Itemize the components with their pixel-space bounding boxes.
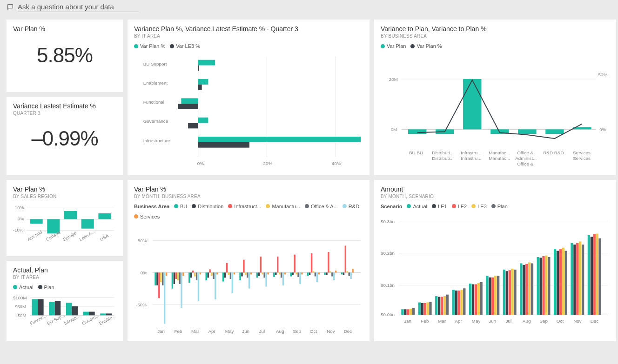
- svg-rect-210: [455, 291, 457, 315]
- tile-actual-plan-it[interactable]: Actual, Plan BY IT AREA Actual Plan $100…: [7, 261, 123, 341]
- svg-text:Sep: Sep: [293, 329, 301, 334]
- svg-rect-110: [200, 272, 201, 274]
- svg-text:Feb: Feb: [421, 318, 429, 324]
- tile-subtitle: BY BUSINESS AREA: [381, 33, 610, 39]
- svg-rect-200: [421, 303, 423, 315]
- svg-text:Apr: Apr: [455, 318, 462, 324]
- svg-rect-132: [256, 272, 258, 278]
- svg-rect-233: [531, 263, 533, 315]
- svg-rect-211: [457, 291, 460, 315]
- svg-rect-243: [565, 251, 567, 315]
- svg-rect-129: [247, 272, 248, 278]
- svg-rect-99: [175, 272, 177, 279]
- svg-text:0%: 0%: [18, 216, 24, 221]
- svg-rect-142: [279, 272, 280, 274]
- svg-rect-221: [491, 278, 494, 315]
- svg-text:Manufac...: Manufac...: [489, 156, 510, 161]
- tile-variance-it-area[interactable]: Variance Plan %, Variance Latest Estimat…: [128, 20, 369, 175]
- svg-rect-27: [408, 129, 426, 134]
- svg-rect-148: [294, 254, 295, 272]
- svg-rect-55: [64, 211, 77, 219]
- svg-rect-157: [315, 272, 316, 276]
- svg-text:20M: 20M: [389, 77, 398, 82]
- svg-rect-105: [190, 272, 192, 278]
- kpi-value: –0.99%: [13, 116, 116, 163]
- chart: 10% 0% -10% Aus and... Canada Europe Lat…: [13, 199, 116, 248]
- svg-rect-16: [198, 118, 208, 123]
- svg-rect-158: [316, 272, 318, 282]
- svg-rect-153: [307, 272, 309, 276]
- svg-text:BU Support: BU Support: [143, 61, 167, 66]
- svg-text:$0.1bn: $0.1bn: [381, 283, 395, 288]
- svg-rect-215: [472, 284, 474, 315]
- svg-rect-106: [192, 271, 194, 272]
- svg-rect-222: [494, 276, 497, 315]
- svg-rect-102: [181, 272, 182, 308]
- svg-rect-236: [542, 256, 544, 315]
- tile-var-plan-region[interactable]: Var Plan % BY SALES REGION 10% 0% -10% A…: [7, 180, 123, 256]
- svg-rect-226: [509, 270, 511, 315]
- svg-rect-205: [438, 297, 440, 315]
- svg-rect-195: [404, 309, 406, 315]
- svg-text:-10%: -10%: [13, 227, 24, 232]
- svg-rect-126: [241, 272, 242, 276]
- svg-rect-108: [196, 272, 197, 280]
- svg-rect-20: [198, 142, 249, 148]
- svg-rect-119: [224, 272, 226, 278]
- tile-var-le-pct[interactable]: Variance Lastest Estimate % QUARTER 3 –0…: [7, 97, 123, 175]
- svg-rect-246: [576, 243, 578, 315]
- svg-rect-225: [506, 271, 508, 315]
- svg-rect-150: [297, 272, 299, 277]
- svg-rect-220: [489, 278, 491, 315]
- tile-variance-business-area[interactable]: Variance to Plan, Variance to Plan % BY …: [374, 20, 616, 175]
- svg-text:-50%: -50%: [136, 302, 147, 307]
- svg-rect-77: [100, 313, 106, 315]
- svg-rect-161: [326, 272, 327, 275]
- svg-rect-212: [460, 290, 463, 315]
- svg-text:Mar: Mar: [438, 318, 446, 324]
- svg-text:May: May: [472, 318, 481, 324]
- svg-text:0%: 0%: [141, 270, 147, 275]
- svg-rect-120: [226, 263, 228, 272]
- tile-amount-month-scenario[interactable]: Amount BY MONTH, SCENARIO Scenario Actua…: [374, 180, 616, 341]
- svg-text:BU BU: BU BU: [409, 150, 423, 155]
- tile-subtitle: BY IT AREA: [13, 275, 116, 280]
- svg-rect-10: [198, 79, 208, 85]
- svg-text:50%: 50%: [138, 238, 147, 243]
- svg-rect-218: [480, 282, 483, 315]
- svg-rect-194: [401, 309, 403, 315]
- svg-rect-240: [557, 251, 559, 315]
- tile-var-plan-pct[interactable]: Var Plan % 5.85%: [7, 20, 123, 92]
- svg-rect-251: [593, 234, 596, 315]
- svg-text:Mar: Mar: [191, 329, 200, 334]
- svg-text:$100M: $100M: [13, 295, 27, 300]
- svg-rect-224: [503, 270, 505, 315]
- svg-rect-216: [475, 284, 477, 315]
- svg-rect-72: [55, 301, 61, 315]
- svg-text:Aus and...: Aus and...: [26, 227, 46, 242]
- svg-rect-242: [562, 248, 564, 315]
- svg-rect-115: [213, 272, 214, 279]
- svg-rect-141: [277, 257, 278, 272]
- svg-text:R&D R&D: R&D R&D: [543, 150, 564, 155]
- svg-rect-155: [311, 253, 312, 272]
- svg-rect-198: [412, 308, 415, 315]
- svg-text:Infrastru...: Infrastru...: [461, 156, 481, 161]
- svg-rect-209: [452, 290, 455, 315]
- svg-rect-107: [194, 272, 195, 276]
- svg-rect-146: [290, 272, 292, 276]
- qa-input[interactable]: Ask a question about your data: [18, 3, 139, 12]
- svg-rect-245: [573, 245, 576, 315]
- svg-rect-253: [598, 238, 601, 315]
- tile-title: Var Plan %: [13, 25, 116, 33]
- svg-rect-121: [228, 272, 229, 275]
- svg-rect-130: [249, 272, 250, 288]
- legend: Scenario Actual LE1 LE2 LE3 Plan: [381, 204, 610, 209]
- svg-text:Nov: Nov: [573, 318, 582, 324]
- svg-rect-207: [443, 296, 446, 315]
- chart: 0% 20% 40% BU Support Enablement Functio…: [134, 52, 363, 171]
- svg-rect-206: [441, 297, 443, 315]
- svg-rect-217: [477, 283, 480, 315]
- svg-rect-113: [209, 269, 210, 272]
- tile-var-plan-month-ba[interactable]: Var Plan % BY MONTH, BUSINESS AREA Busin…: [128, 180, 369, 341]
